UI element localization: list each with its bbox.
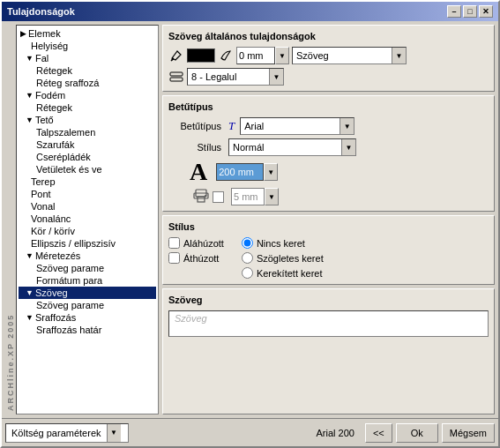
strikethrough-row: Áthúzott [168,252,224,264]
type-select[interactable]: Szöveg ▼ [292,47,407,64]
minimize-button[interactable]: – [447,5,461,18]
tree-item-reteg-sraffoza[interactable]: Réteg sraffozá [19,77,156,89]
tree-item-helyseg[interactable]: Helyiség [19,40,156,52]
strikethrough-label: Áthúzott [183,253,219,264]
tree-item-szarufak[interactable]: Szarufák [19,138,156,151]
tree-item-label: Formátum para [36,275,102,286]
tree-item-label: Pont [31,189,51,199]
tree-item-label: Sraffozás [35,312,76,323]
text-placeholder: Szöveg [171,310,211,327]
tree-item-label: Kör / körív [31,226,75,236]
cancel-button[interactable]: Mégsem [442,423,495,443]
color-picker[interactable] [187,49,215,63]
svg-rect-0 [170,72,183,76]
font-size-dropdown[interactable]: ▼ [264,163,278,181]
tree-scroll[interactable]: ▶ Elemek Helyiség ▼ Fal Rétegek Réteg sr [17,26,158,414]
tree-item-fodem[interactable]: ▼ Fodém [19,89,156,101]
pen-icon[interactable] [168,48,184,63]
tree-item-vetuletek[interactable]: Vetületek és ve [19,163,156,175]
tree-item-meretezas[interactable]: ▼ Méretezés [19,250,156,262]
tree-item-label: Rétegek [36,102,72,113]
font-controls: Betűtípus T Arial ▼ Stílus Normál ▼ [168,117,489,205]
font-style-select[interactable]: Normál ▼ [228,138,356,156]
strikethrough-checkbox[interactable] [168,252,180,264]
small-size-combo: ▼ [231,188,279,205]
pen-size-input[interactable] [236,47,275,64]
tree-item-vonal[interactable]: Vonal [19,200,156,213]
layer-icon[interactable] [168,69,184,85]
print-icon[interactable] [193,189,209,205]
tree-item-label: Tető [35,115,54,125]
font-family-label: Betűtípus [168,121,221,131]
tree-item-teto[interactable]: ▼ Tető [19,114,156,126]
style-section-title: Stílus [168,221,489,232]
underline-label: Aláhúzott [183,238,224,249]
tree-item-szoveg-parame[interactable]: Szöveg parame [19,299,156,311]
font-section-title: Betűtípus [168,101,489,112]
small-size-input[interactable] [231,188,265,205]
close-button[interactable]: ✕ [479,5,493,18]
pen-row: ▼ Szöveg ▼ [168,47,489,64]
tree-item-formatum-param[interactable]: Formátum para [19,274,156,287]
tree-item-elemek[interactable]: ▶ Elemek [19,27,156,40]
tree-item-fal[interactable]: ▼ Fal [19,52,156,64]
checkbox-area: Aláhúzott Áthúzott [168,237,224,264]
font-family-arrow[interactable]: ▼ [340,118,354,134]
tree-item-szoveg-param[interactable]: Szöveg parame [19,262,156,274]
svg-rect-3 [198,197,205,202]
ok-button[interactable]: Ok [396,423,438,443]
no-border-radio[interactable] [242,237,253,249]
font-family-select[interactable]: Arial ▼ [240,117,354,135]
tree-item-vonallanc[interactable]: Vonalánc [19,213,156,225]
print-checkbox[interactable] [213,191,224,203]
svg-point-5 [205,195,206,197]
tree-item-retegek2[interactable]: Rétegek [19,101,156,114]
pen-size-dropdown[interactable]: ▼ [275,47,289,64]
tree-item-pont[interactable]: Pont [19,188,156,200]
style-section: Stílus Aláhúzott Áthúzott [162,215,495,285]
tree-item-szoveg[interactable]: ▼ Szöveg [19,287,156,299]
general-properties-section: Szöveg általános tulajdonságok [162,25,495,92]
tree-panel: ▶ Elemek Helyiség ▼ Fal Rétegek Réteg sr [16,25,159,414]
text-input-area[interactable]: Szöveg [168,310,489,337]
layer-select[interactable]: 8 - Legalul ▼ [187,68,284,86]
small-size-dropdown[interactable]: ▼ [265,188,279,205]
font-style-row: Stílus Normál ▼ [168,138,489,156]
tree-item-sraffozas[interactable]: ▼ Sraffozás [19,311,156,324]
tree-item-terep[interactable]: Terep [19,175,156,188]
brush-icon[interactable] [218,48,234,63]
tree-item-label: Vetületek és ve [36,164,102,175]
general-controls: ▼ Szöveg ▼ 8 - Lega [168,47,489,86]
round-border-radio[interactable] [242,267,253,279]
font-section: Betűtípus Betűtípus T Arial ▼ Stí [162,95,495,212]
tree-item-label: Fodém [35,90,65,101]
tree-item-talpszalemen[interactable]: Talpszalemen [19,126,156,138]
tree-item-label: Szöveg [35,287,68,298]
font-size-row: A ▼ [168,160,489,184]
tree-item-sraffozas-hatar[interactable]: Sraffozás határ [19,324,156,336]
layer-select-arrow[interactable]: ▼ [269,69,283,85]
big-a-icon: A [190,160,207,184]
underline-checkbox[interactable] [168,237,180,249]
rect-border-radio[interactable] [242,252,253,264]
tree-item-ellipszis[interactable]: Ellipszis / ellipszisív [19,237,156,250]
tree-item-csereplacek[interactable]: Cserépládék [19,151,156,163]
main-window: Tulajdonságok – □ ✕ ARCHline.XP 2005 ▶ E… [0,0,500,448]
tree-item-label: Fal [35,53,49,63]
left-sidebar: ARCHline.XP 2005 ▶ Elemek Helyiség ▼ Fal [5,25,159,414]
no-border-label: Nincs keret [257,238,305,249]
layer-row: 8 - Legalul ▼ [168,68,489,86]
font-size-input[interactable] [216,163,264,181]
tree-item-label: Szöveg parame [36,263,104,273]
maximize-button[interactable]: □ [463,5,477,18]
tree-item-label: Szarufák [36,139,74,150]
tree-item-retegek[interactable]: Rétegek [19,64,156,77]
font-style-arrow[interactable]: ▼ [341,139,355,155]
title-bar: Tulajdonságok – □ ✕ [2,2,498,21]
bottom-select-dropdown[interactable]: ▼ [107,424,121,442]
nav-button[interactable]: << [365,423,392,443]
tree-item-kor[interactable]: Kör / körív [19,225,156,237]
no-border-row: Nincs keret [242,237,324,249]
tree-item-label: Talpszalemen [36,127,95,138]
type-select-arrow[interactable]: ▼ [392,48,406,63]
